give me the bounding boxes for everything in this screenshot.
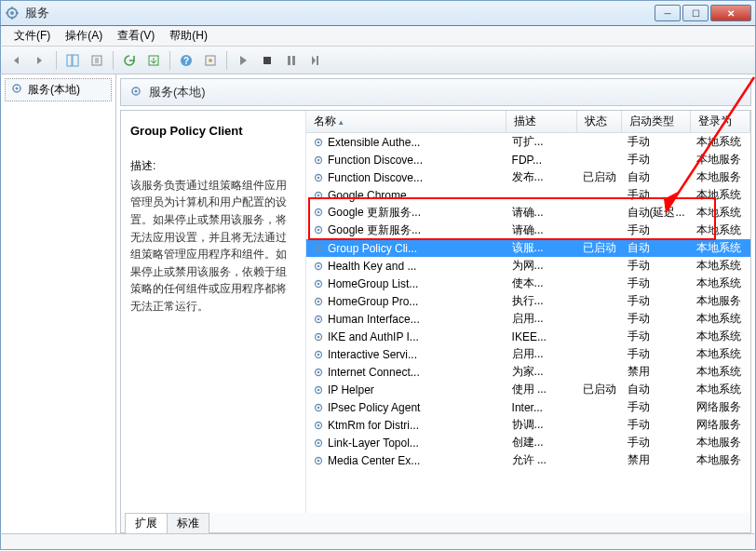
gear-icon bbox=[312, 454, 325, 467]
svg-point-59 bbox=[317, 459, 320, 462]
menu-view[interactable]: 查看(V) bbox=[110, 26, 162, 46]
tree-root-label: 服务(本地) bbox=[28, 82, 80, 98]
svg-point-31 bbox=[317, 211, 320, 214]
tab-extended[interactable]: 扩展 bbox=[125, 513, 168, 533]
table-row[interactable]: Function Discove...发布...已启动自动本地服务 bbox=[306, 168, 750, 186]
minimize-button[interactable]: ─ bbox=[655, 5, 681, 21]
properties-button[interactable] bbox=[199, 49, 222, 72]
svg-rect-6 bbox=[67, 55, 72, 66]
svg-point-37 bbox=[317, 264, 320, 267]
table-row[interactable]: KtmRm for Distri...协调...手动网络服务 bbox=[306, 416, 750, 434]
table-row[interactable]: Health Key and ...为网...手动本地系统 bbox=[306, 257, 750, 275]
gear-icon bbox=[312, 154, 325, 167]
table-row[interactable]: HomeGroup Pro...执行...手动本地服务 bbox=[306, 292, 750, 310]
table-row[interactable]: Function Discove...FDP...手动本地服务 bbox=[306, 151, 750, 168]
table-row[interactable]: Extensible Authe...可扩...手动本地系统 bbox=[306, 133, 750, 152]
menu-action[interactable]: 操作(A) bbox=[58, 26, 110, 46]
export-list-button[interactable] bbox=[142, 49, 165, 72]
svg-rect-15 bbox=[288, 56, 290, 65]
tab-standard[interactable]: 标准 bbox=[167, 513, 209, 533]
svg-point-13 bbox=[209, 59, 212, 62]
table-row[interactable]: Human Interface...启用...手动本地系统 bbox=[306, 310, 750, 328]
svg-point-47 bbox=[317, 353, 320, 356]
table-row[interactable]: IKE and AuthIP I...IKEE...手动本地系统 bbox=[306, 328, 750, 345]
svg-rect-16 bbox=[292, 56, 295, 65]
help-button[interactable]: ? bbox=[175, 49, 197, 72]
gear-icon bbox=[9, 81, 24, 99]
svg-point-51 bbox=[317, 388, 320, 391]
restart-service-button[interactable] bbox=[304, 49, 327, 72]
show-hide-tree-button[interactable] bbox=[61, 49, 84, 72]
col-status[interactable]: 状态 bbox=[577, 111, 622, 133]
svg-point-35 bbox=[317, 247, 320, 249]
gear-icon bbox=[312, 313, 325, 326]
table-row[interactable]: Google 更新服务...请确...手动本地系统 bbox=[306, 222, 750, 239]
svg-point-55 bbox=[317, 423, 320, 426]
svg-point-25 bbox=[317, 158, 320, 161]
svg-rect-7 bbox=[73, 55, 78, 66]
gear-icon bbox=[312, 295, 325, 308]
nav-forward-button[interactable] bbox=[29, 49, 51, 72]
tree-root-services[interactable]: 服务(本地) bbox=[5, 78, 112, 101]
gear-icon bbox=[312, 242, 325, 255]
main-area: 服务(本地) 服务(本地) Group Policy Client 描述: 该服… bbox=[0, 74, 756, 533]
maximize-button[interactable]: ☐ bbox=[682, 5, 709, 21]
svg-point-43 bbox=[317, 317, 320, 320]
table-row[interactable]: Google Chrome ...手动本地系统 bbox=[306, 186, 750, 204]
close-button[interactable]: ✕ bbox=[710, 5, 751, 21]
table-row[interactable]: IP Helper使用 ...已启动自动本地系统 bbox=[306, 381, 750, 398]
tab-strip: 扩展 标准 bbox=[120, 513, 751, 533]
app-icon bbox=[5, 6, 20, 20]
tree-panel: 服务(本地) bbox=[1, 74, 116, 533]
gear-icon bbox=[312, 260, 325, 273]
table-row[interactable]: Google 更新服务...请确...自动(延迟...本地系统 bbox=[306, 204, 750, 222]
gear-icon bbox=[312, 189, 325, 202]
svg-rect-17 bbox=[317, 56, 318, 65]
gear-icon bbox=[128, 84, 143, 101]
table-row[interactable]: Link-Layer Topol...创建...手动本地服务 bbox=[306, 434, 750, 451]
table-row[interactable]: Media Center Ex...允许 ...禁用本地服务 bbox=[306, 451, 750, 469]
svg-point-39 bbox=[317, 282, 320, 285]
gear-icon bbox=[312, 277, 325, 290]
window-title: 服务 bbox=[25, 5, 655, 21]
menu-help[interactable]: 帮助(H) bbox=[162, 26, 215, 46]
table-row[interactable]: IPsec Policy AgentInter...手动网络服务 bbox=[306, 398, 750, 416]
table-row[interactable]: HomeGroup List...使本...手动本地系统 bbox=[306, 275, 750, 292]
stop-service-button[interactable] bbox=[256, 49, 278, 72]
col-logon[interactable]: 登录为 bbox=[691, 111, 750, 133]
col-name[interactable]: 名称 bbox=[306, 111, 506, 133]
gear-icon bbox=[312, 348, 325, 361]
gear-icon bbox=[312, 366, 325, 379]
table-row[interactable]: Internet Connect...为家...禁用本地系统 bbox=[306, 363, 750, 381]
start-service-button[interactable] bbox=[232, 49, 254, 72]
export-button[interactable] bbox=[86, 49, 108, 72]
col-start[interactable]: 启动类型 bbox=[622, 111, 691, 133]
gear-icon bbox=[312, 437, 325, 450]
svg-point-23 bbox=[317, 141, 320, 143]
svg-point-27 bbox=[317, 176, 320, 179]
gear-icon bbox=[312, 419, 325, 432]
gear-icon bbox=[312, 171, 325, 184]
svg-point-33 bbox=[317, 229, 320, 232]
svg-point-53 bbox=[317, 406, 320, 409]
gear-icon bbox=[312, 401, 325, 414]
content-panel: 服务(本地) Group Policy Client 描述: 该服务负责通过组策… bbox=[116, 74, 755, 533]
svg-point-29 bbox=[317, 194, 320, 196]
gear-icon bbox=[312, 330, 325, 343]
svg-point-41 bbox=[317, 300, 320, 302]
status-bar bbox=[0, 533, 756, 550]
refresh-button[interactable] bbox=[118, 49, 141, 72]
menu-bar: 文件(F) 操作(A) 查看(V) 帮助(H) bbox=[0, 26, 756, 47]
list-pane: 名称 描述 状态 启动类型 登录为 Extensible Authe...可扩.… bbox=[305, 111, 750, 513]
gear-icon bbox=[312, 206, 325, 219]
table-row[interactable]: Group Policy Cli...该服...已启动自动本地系统 bbox=[306, 239, 750, 257]
menu-file[interactable]: 文件(F) bbox=[7, 26, 58, 46]
table-row[interactable]: Interactive Servi...启用...手动本地系统 bbox=[306, 345, 750, 363]
svg-point-1 bbox=[10, 11, 14, 15]
service-table: 名称 描述 状态 启动类型 登录为 Extensible Authe...可扩.… bbox=[306, 111, 750, 469]
service-table-scroll[interactable]: 名称 描述 状态 启动类型 登录为 Extensible Authe...可扩.… bbox=[306, 111, 750, 513]
detail-pane: Group Policy Client 描述: 该服务负责通过组策略组件应用管理… bbox=[121, 111, 305, 513]
pause-service-button[interactable] bbox=[280, 49, 303, 72]
col-desc[interactable]: 描述 bbox=[506, 111, 577, 133]
nav-back-button[interactable] bbox=[5, 49, 27, 72]
